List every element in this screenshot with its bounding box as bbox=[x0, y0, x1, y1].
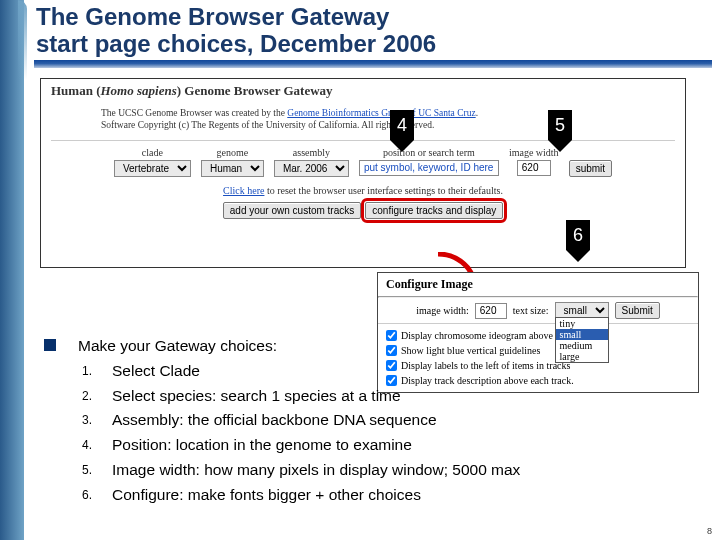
title-line2: start page choices, December 2006 bbox=[36, 30, 436, 57]
title-underline bbox=[34, 60, 712, 68]
list-item: 4.Position: location in the genome to ex… bbox=[78, 433, 684, 458]
submit-button[interactable]: submit bbox=[569, 160, 612, 177]
configure-button[interactable]: configure tracks and display bbox=[365, 202, 503, 219]
config-form: image width: text size: small tiny small… bbox=[378, 298, 698, 324]
reset-link[interactable]: Click here bbox=[223, 185, 264, 196]
list-item: 5.Image width: how many pixels in displa… bbox=[78, 458, 684, 483]
list-item: 3.Assembly: the official backbone DNA se… bbox=[78, 408, 684, 433]
swoosh-curve bbox=[18, 0, 27, 80]
position-field: position or search term bbox=[359, 147, 499, 176]
assembly-select[interactable]: Mar. 2006 bbox=[274, 160, 349, 177]
form-row: clade Vertebrate genome Human assembly M… bbox=[41, 141, 685, 183]
text-size-dropdown[interactable]: tiny small medium large bbox=[555, 317, 609, 363]
credits-link[interactable]: Genome Bioinformatics Group of UC Santa … bbox=[287, 108, 475, 118]
clade-select[interactable]: Vertebrate bbox=[114, 160, 191, 177]
bullet-square-icon bbox=[44, 339, 56, 351]
width-input[interactable] bbox=[517, 160, 551, 176]
list-item: 2.Select species: search 1 species at a … bbox=[78, 384, 684, 409]
gateway-desc: The UCSC Genome Browser was created by t… bbox=[41, 101, 685, 140]
side-swoosh bbox=[0, 0, 24, 540]
config-title: Configure Image bbox=[378, 273, 698, 296]
callout-6: 6 bbox=[566, 220, 590, 250]
title-line1: The Genome Browser Gateway bbox=[36, 3, 389, 30]
config-width-input[interactable] bbox=[475, 303, 507, 319]
reset-line: Click here to reset the browser user int… bbox=[41, 183, 685, 202]
config-submit-button[interactable]: Submit bbox=[615, 302, 660, 319]
position-input[interactable] bbox=[359, 160, 499, 176]
genome-select[interactable]: Human bbox=[201, 160, 264, 177]
list-item: 6.Configure: make fonts bigger + other c… bbox=[78, 483, 684, 508]
custom-tracks-button[interactable]: add your own custom tracks bbox=[223, 202, 362, 219]
callout-5: 5 bbox=[548, 110, 572, 140]
page-number: 8 bbox=[707, 526, 712, 536]
slide-title: The Genome Browser Gateway start page ch… bbox=[36, 4, 436, 58]
gateway-header: Human (Homo sapiens) Genome Browser Gate… bbox=[41, 79, 685, 101]
assembly-field: assembly Mar. 2006 bbox=[274, 147, 349, 177]
text-size-select[interactable]: small tiny small medium large bbox=[555, 302, 609, 319]
submit-field: submit bbox=[569, 147, 612, 177]
callout-4: 4 bbox=[390, 110, 414, 140]
clade-field: clade Vertebrate bbox=[114, 147, 191, 177]
genome-field: genome Human bbox=[201, 147, 264, 177]
